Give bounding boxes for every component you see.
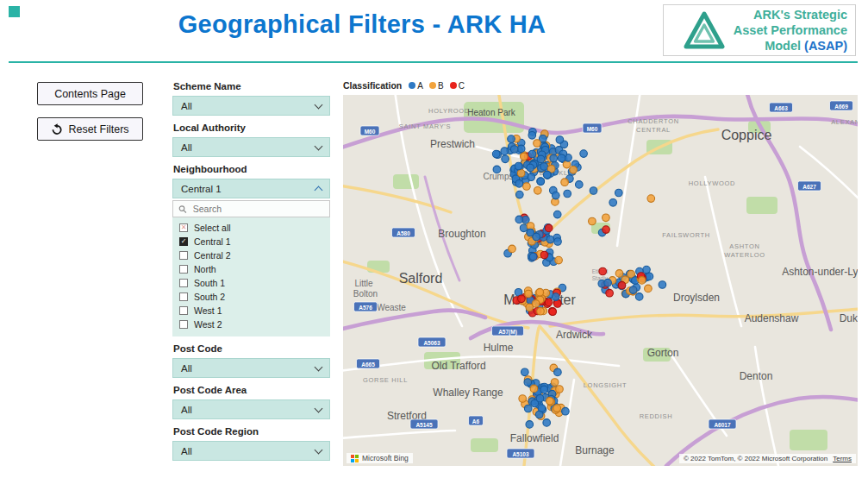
post-code-area-dropdown[interactable]: All <box>172 399 330 419</box>
option-west-1[interactable]: West 1 <box>172 304 330 318</box>
map-point-A[interactable] <box>502 155 509 163</box>
map-point-A[interactable] <box>510 146 518 154</box>
map-point-B[interactable] <box>523 183 531 191</box>
map-point-A[interactable] <box>543 419 551 427</box>
map-point-C[interactable] <box>549 308 557 316</box>
map-point-A[interactable] <box>515 180 523 188</box>
map-point-B[interactable] <box>553 405 561 412</box>
neighbourhood-dropdown[interactable]: Central 1 <box>172 179 330 198</box>
map-point-A[interactable] <box>550 154 558 162</box>
map-point-B[interactable] <box>551 379 559 387</box>
map-point-C[interactable] <box>599 267 607 275</box>
map-point-B[interactable] <box>537 307 545 315</box>
map-point-B[interactable] <box>645 285 653 292</box>
map-point-B[interactable] <box>519 395 527 403</box>
map-point-A[interactable] <box>540 386 548 393</box>
map-point-A[interactable] <box>552 293 559 301</box>
map-point-B[interactable] <box>615 270 623 278</box>
option-south-1[interactable]: South 1 <box>172 276 330 290</box>
post-code-region-dropdown[interactable]: All <box>172 441 330 461</box>
map-point-B[interactable] <box>561 179 569 186</box>
option-north[interactable]: North <box>172 262 330 276</box>
map-point-B[interactable] <box>589 217 596 225</box>
map-point-C[interactable] <box>518 295 526 303</box>
map-point-A[interactable] <box>501 148 509 155</box>
map-point-A[interactable] <box>537 155 545 163</box>
map-point-B[interactable] <box>555 256 563 264</box>
map-point-B[interactable] <box>546 397 554 405</box>
map-point-A[interactable] <box>524 379 532 387</box>
map-point-A[interactable] <box>526 421 534 429</box>
map-point-A[interactable] <box>527 229 534 236</box>
map-point-A[interactable] <box>543 171 551 179</box>
map-point-B[interactable] <box>536 288 544 296</box>
legend-item-a[interactable]: A <box>409 81 423 91</box>
map-point-A[interactable] <box>527 164 534 172</box>
contents-page-button[interactable]: Contents Page <box>37 82 143 105</box>
map-point-A[interactable] <box>562 407 570 415</box>
map-point-A[interactable] <box>553 211 561 218</box>
map-point-A[interactable] <box>554 238 562 246</box>
map-point-A[interactable] <box>553 192 560 199</box>
map-point-B[interactable] <box>517 169 525 177</box>
map-point-A[interactable] <box>609 199 617 207</box>
map-point-A[interactable] <box>516 191 524 198</box>
option-south-2[interactable]: South 2 <box>172 290 330 304</box>
map-point-C[interactable] <box>545 224 553 232</box>
map-point-B[interactable] <box>563 160 571 168</box>
map-point-C[interactable] <box>545 299 553 306</box>
map-point-A[interactable] <box>615 189 623 197</box>
map-point-A[interactable] <box>604 279 612 286</box>
map-point-A[interactable] <box>646 273 653 280</box>
map-point-A[interactable] <box>515 162 522 170</box>
map-point-C[interactable] <box>606 289 614 297</box>
map-point-B[interactable] <box>534 140 541 148</box>
option-central-2[interactable]: Central 2 <box>172 248 330 262</box>
map-point-A[interactable] <box>536 394 544 402</box>
map-point-A[interactable] <box>524 405 532 412</box>
map-point-A[interactable] <box>580 150 588 158</box>
map-point-A[interactable] <box>558 154 565 162</box>
bing-map[interactable]: HOLYROODSAINT MARY'SHeaton ParkCHADDERTO… <box>343 95 858 466</box>
map-point-B[interactable] <box>532 300 540 308</box>
map-point-A[interactable] <box>554 368 562 376</box>
terms-link[interactable]: Terms <box>833 455 852 462</box>
option-select-all[interactable]: Select all <box>172 221 330 235</box>
map-point-A[interactable] <box>515 216 523 223</box>
map-point-B[interactable] <box>556 386 564 393</box>
map-point-B[interactable] <box>534 187 542 195</box>
map-point-A[interactable] <box>517 145 525 153</box>
map-point-B[interactable] <box>525 290 533 298</box>
map-point-A[interactable] <box>508 135 515 143</box>
map-point-B[interactable] <box>647 195 655 203</box>
option-central-1[interactable]: Central 1 <box>172 235 330 248</box>
option-west-2[interactable]: West 2 <box>172 318 330 331</box>
map-point-A[interactable] <box>540 163 548 171</box>
map-point-B[interactable] <box>509 245 516 253</box>
reset-filters-button[interactable]: Reset Filters <box>37 117 143 141</box>
post-code-dropdown[interactable]: All <box>172 358 330 378</box>
map-point-A[interactable] <box>493 166 501 173</box>
map-point-A[interactable] <box>528 132 536 140</box>
map-point-A[interactable] <box>529 253 537 261</box>
legend-item-b[interactable]: B <box>429 81 444 91</box>
map-point-B[interactable] <box>521 153 528 160</box>
map-point-A[interactable] <box>537 178 545 186</box>
map-point-A[interactable] <box>492 150 500 158</box>
map-point-A[interactable] <box>556 136 564 144</box>
legend-item-c[interactable]: C <box>450 81 465 91</box>
map-point-A[interactable] <box>576 181 584 189</box>
map-point-A[interactable] <box>535 411 543 418</box>
map-point-A[interactable] <box>546 236 554 243</box>
scheme-name-dropdown[interactable]: All <box>172 96 330 116</box>
local-authority-dropdown[interactable]: All <box>172 137 330 157</box>
map-point-B[interactable] <box>570 167 578 174</box>
map-point-A[interactable] <box>635 293 643 301</box>
map-point-A[interactable] <box>520 224 528 232</box>
map-point-A[interactable] <box>521 368 529 376</box>
map-point-A[interactable] <box>590 187 597 195</box>
neighbourhood-search[interactable] <box>172 200 330 217</box>
map-point-B[interactable] <box>530 385 538 393</box>
map-point-A[interactable] <box>528 150 536 158</box>
map-point-A[interactable] <box>564 190 571 198</box>
